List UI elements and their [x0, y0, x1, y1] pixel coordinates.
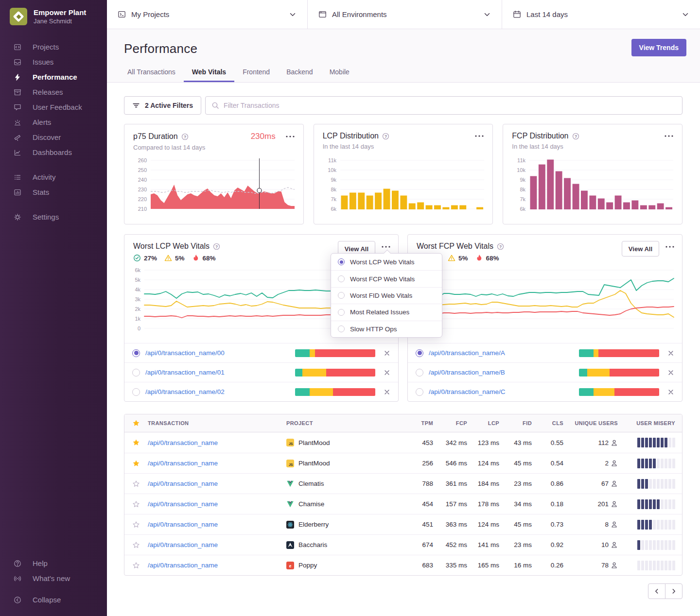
col-fid[interactable]: FID: [499, 420, 532, 426]
sidebar-item-whats-new[interactable]: What's new: [0, 571, 107, 586]
star-outline-icon[interactable]: [124, 521, 148, 529]
help-icon[interactable]: ?: [497, 243, 504, 250]
transaction-link[interactable]: /api/0/transaction_name/B: [429, 369, 505, 376]
close-icon[interactable]: [667, 389, 674, 395]
tab-backend[interactable]: Backend: [278, 65, 321, 82]
fid-value: 43 ms: [499, 439, 532, 446]
sidebar-item-collapse[interactable]: Collapse: [0, 592, 107, 607]
transaction-link[interactable]: /api/0/transaction_name/01: [145, 369, 225, 376]
lcp-value: 123 ms: [467, 439, 499, 446]
star-filled-icon[interactable]: [124, 439, 148, 446]
transaction-link[interactable]: /api/0/transaction_name: [148, 439, 286, 446]
next-page-button[interactable]: [665, 583, 682, 599]
transaction-link[interactable]: /api/0/transaction_name: [148, 460, 286, 467]
transaction-link[interactable]: /api/0/transaction_name: [148, 562, 286, 569]
project-cell[interactable]: Baccharis: [286, 541, 397, 549]
star-outline-icon[interactable]: [124, 480, 148, 488]
table-row: /api/0/transaction_nameePoppy683335 ms16…: [124, 555, 682, 575]
card-menu-icon[interactable]: [475, 135, 484, 137]
sidebar-item-discover[interactable]: Discover: [0, 130, 107, 145]
col-user-misery[interactable]: USER MISERY: [625, 420, 682, 426]
star-outline-icon[interactable]: [124, 500, 148, 508]
col-transaction[interactable]: TRANSACTION: [148, 420, 286, 426]
project-selector[interactable]: My Projects: [107, 0, 307, 29]
org-switcher[interactable]: Empower Plant Jane Schmidt: [0, 0, 107, 25]
dropdown-item-worst-lcp-web-vitals[interactable]: Worst LCP Web Vitals: [331, 254, 442, 270]
transaction-radio[interactable]: [416, 349, 423, 357]
star-outline-icon[interactable]: [124, 541, 148, 549]
col-lcp[interactable]: LCP: [467, 420, 499, 426]
col-unique-users[interactable]: UNIQUE USERS: [563, 420, 625, 426]
dropdown-item-worst-fid-web-vitals[interactable]: Worst FID Web Vitals: [331, 287, 442, 304]
svg-text:0: 0: [138, 325, 140, 331]
project-cell[interactable]: JSPlantMood: [286, 460, 397, 467]
transaction-radio[interactable]: [132, 349, 140, 357]
dropdown-item-slow-http-ops[interactable]: Slow HTTP Ops: [331, 321, 442, 337]
project-cell[interactable]: ePoppy: [286, 562, 397, 569]
sidebar-item-settings[interactable]: Settings: [0, 209, 107, 224]
close-icon[interactable]: [384, 369, 390, 376]
view-trends-button[interactable]: View Trends: [631, 39, 686, 56]
tab-frontend[interactable]: Frontend: [234, 65, 278, 82]
sidebar-item-issues[interactable]: Issues: [0, 54, 107, 69]
environment-selector[interactable]: All Environments: [307, 0, 502, 29]
tab-mobile[interactable]: Mobile: [321, 65, 358, 82]
project-cell[interactable]: Elderberry: [286, 521, 397, 529]
close-icon[interactable]: [667, 350, 674, 357]
close-icon[interactable]: [384, 350, 390, 357]
project-cell[interactable]: Chamise: [286, 500, 397, 508]
transaction-link[interactable]: /api/0/transaction_name/C: [429, 388, 506, 395]
transaction-radio[interactable]: [416, 388, 423, 396]
sidebar-item-stats[interactable]: Stats: [0, 185, 107, 200]
close-icon[interactable]: [667, 369, 674, 376]
date-range-selector[interactable]: Last 14 days: [502, 0, 700, 29]
project-cell[interactable]: JSPlantMood: [286, 439, 397, 446]
transaction-link[interactable]: /api/0/transaction_name/02: [145, 388, 225, 395]
search-icon: [211, 102, 219, 109]
col-cls[interactable]: CLS: [532, 420, 563, 426]
project-cell[interactable]: Clematis: [286, 480, 397, 488]
dropdown-item-worst-fcp-web-vitals[interactable]: Worst FCP Web Vitals: [331, 270, 442, 287]
transaction-link[interactable]: /api/0/transaction_name: [148, 500, 286, 508]
transaction-radio[interactable]: [416, 369, 423, 376]
sidebar-item-projects[interactable]: Projects: [0, 39, 107, 54]
transaction-radio[interactable]: [132, 388, 140, 396]
transaction-radio[interactable]: [132, 369, 140, 376]
vitals-transaction-row: /api/0/transaction_name/C: [408, 382, 682, 401]
transaction-link[interactable]: /api/0/transaction_name/00: [145, 349, 225, 357]
star-outline-icon[interactable]: [124, 562, 148, 569]
help-icon[interactable]: ?: [382, 133, 389, 140]
dropdown-item-most-related-issues[interactable]: Most Related Issues: [331, 304, 442, 320]
active-filters-button[interactable]: 2 Active Filters: [124, 96, 201, 115]
star-filled-icon[interactable]: [124, 460, 148, 467]
sidebar-item-performance[interactable]: Performance: [0, 69, 107, 85]
close-icon[interactable]: [384, 389, 390, 395]
help-icon[interactable]: ?: [213, 243, 220, 250]
card-menu-icon[interactable]: [286, 136, 295, 137]
help-icon[interactable]: ?: [181, 133, 189, 140]
tab-all-transactions[interactable]: All Transactions: [119, 65, 184, 82]
transaction-link[interactable]: /api/0/transaction_name: [148, 541, 286, 548]
sidebar-item-user-feedback[interactable]: User Feedback: [0, 100, 107, 115]
help-icon[interactable]: ?: [572, 133, 579, 140]
star-header-icon[interactable]: [124, 419, 148, 427]
sidebar-item-releases[interactable]: Releases: [0, 85, 107, 100]
tab-web-vitals[interactable]: Web Vitals: [184, 65, 234, 82]
col-fcp[interactable]: FCP: [433, 420, 467, 426]
prev-page-button[interactable]: [648, 583, 665, 599]
sidebar-item-help[interactable]: Help: [0, 556, 107, 571]
view-all-button[interactable]: View All: [622, 241, 659, 257]
card-menu-icon[interactable]: [665, 246, 674, 248]
project-icon-vue: [286, 500, 294, 508]
transaction-link[interactable]: /api/0/transaction_name: [148, 480, 286, 487]
search-transactions-input[interactable]: [224, 102, 676, 109]
card-menu-icon[interactable]: [665, 135, 673, 137]
transaction-link[interactable]: /api/0/transaction_name/A: [429, 349, 505, 357]
sidebar-item-alerts[interactable]: Alerts: [0, 115, 107, 130]
sidebar-item-dashboards[interactable]: Dashboards: [0, 145, 107, 160]
sidebar-item-activity[interactable]: Activity: [0, 170, 107, 185]
card-menu-icon[interactable]: [382, 246, 390, 248]
col-tpm[interactable]: TPM: [397, 420, 433, 426]
transaction-link[interactable]: /api/0/transaction_name: [148, 521, 286, 528]
col-project[interactable]: PROJECT: [286, 420, 397, 426]
